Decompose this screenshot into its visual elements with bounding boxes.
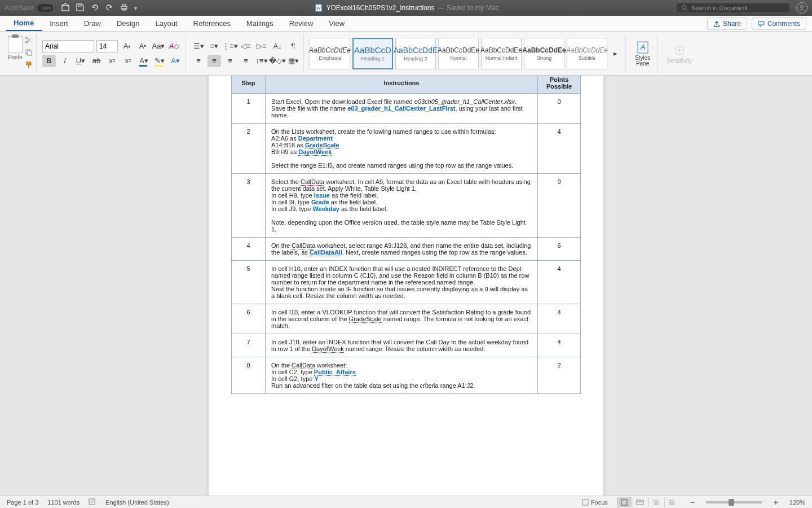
share-button[interactable]: Share xyxy=(707,17,747,30)
font-size-select[interactable] xyxy=(96,40,118,52)
zoom-in-button[interactable]: + xyxy=(771,498,780,507)
copy-icon[interactable] xyxy=(25,49,33,59)
focus-mode-button[interactable]: Focus xyxy=(582,499,608,506)
tab-references[interactable]: References xyxy=(186,16,239,31)
font-name-select[interactable] xyxy=(42,40,94,52)
borders-button[interactable]: ▦▾ xyxy=(286,55,300,67)
style-heading-1[interactable]: AaBbCcDHeading 1 xyxy=(352,38,393,69)
search-box[interactable]: Search in Document xyxy=(677,3,789,12)
align-center-button[interactable]: ≡ xyxy=(208,55,221,67)
sort-button[interactable]: A↓ xyxy=(271,40,284,52)
focus-icon xyxy=(582,499,589,506)
zoom-thumb[interactable] xyxy=(729,499,734,506)
zoom-slider[interactable] xyxy=(706,501,762,503)
svg-rect-24 xyxy=(637,500,643,505)
cut-icon[interactable] xyxy=(25,36,33,46)
style-normal[interactable]: AaBbCcDdEeNormal xyxy=(438,38,479,69)
home-icon[interactable] xyxy=(61,3,70,14)
language-indicator[interactable]: English (United States) xyxy=(105,499,169,506)
increase-font-icon[interactable]: A▴ xyxy=(120,40,134,52)
points-cell: 4 xyxy=(538,124,581,174)
justify-button[interactable]: ≡ xyxy=(239,55,253,67)
tab-view[interactable]: View xyxy=(321,16,352,31)
quick-access-toolbar: ▾ xyxy=(61,3,137,14)
user-avatar[interactable] xyxy=(796,2,807,14)
comments-button[interactable]: Comments xyxy=(752,17,806,30)
tab-design[interactable]: Design xyxy=(109,16,147,31)
svg-rect-22 xyxy=(582,500,588,505)
decrease-font-icon[interactable]: A▾ xyxy=(136,40,149,52)
multilevel-list-button[interactable]: ⋮≡▾ xyxy=(223,40,237,52)
svg-rect-16 xyxy=(28,65,29,68)
save-icon[interactable] xyxy=(76,3,85,14)
web-layout-view[interactable] xyxy=(633,497,647,507)
tab-draw[interactable]: Draw xyxy=(76,16,109,31)
tab-review[interactable]: Review xyxy=(281,16,321,31)
points-cell: 4 xyxy=(538,261,581,304)
clear-formatting-icon[interactable]: A◇ xyxy=(167,40,181,52)
draft-view[interactable] xyxy=(664,497,679,507)
paste-button[interactable]: Paste xyxy=(8,36,23,60)
shading-button[interactable]: �◇▾ xyxy=(271,55,284,67)
zoom-out-button[interactable]: − xyxy=(688,498,697,507)
style-subtitle[interactable]: AaBbCcDdEeSubtitle xyxy=(567,38,607,69)
align-right-button[interactable]: ≡ xyxy=(223,55,237,67)
comments-label: Comments xyxy=(767,20,800,28)
font-color-button[interactable]: A▾ xyxy=(137,55,151,67)
subscript-button[interactable]: x2 xyxy=(105,55,119,67)
autosave-toggle[interactable]: AutoSave OFF xyxy=(5,4,53,12)
style-strong[interactable]: AaBbCcDdEeStrong xyxy=(524,38,564,69)
underline-button[interactable]: U▾ xyxy=(74,55,87,67)
style-normal-indent[interactable]: AaBbCcDdEeNormal Indent xyxy=(481,38,522,69)
font-group: A▴ A▾ Aa▾ A◇ B I U▾ ab x2 x2 A▾ ✎▾ A▾ xyxy=(39,34,186,73)
styles-more-button[interactable]: ▸ xyxy=(608,47,622,60)
autosave-switch[interactable]: OFF xyxy=(37,4,53,12)
format-painter-icon[interactable] xyxy=(25,61,33,71)
table-row: 7In cell J10, enter an INDEX function th… xyxy=(232,334,581,357)
styles-pane-group: A StylesPane xyxy=(628,34,657,73)
highlight-button[interactable]: ✎▾ xyxy=(153,55,166,67)
tab-insert[interactable]: Insert xyxy=(42,16,76,31)
style-heading-2[interactable]: AaBbCcDdEHeading 2 xyxy=(395,38,436,69)
text-effects-button[interactable]: A▾ xyxy=(169,55,182,67)
titlebar-center: W YOExcel16Ch05PS1v2_Instructions — Save… xyxy=(137,4,677,12)
show-marks-button[interactable]: ¶ xyxy=(286,40,300,52)
word-count[interactable]: 1101 words xyxy=(47,499,80,506)
outline-view[interactable] xyxy=(648,497,663,507)
print-icon[interactable] xyxy=(120,3,129,14)
undo-icon[interactable] xyxy=(90,3,99,14)
styles-pane-button[interactable]: A StylesPane xyxy=(632,41,654,67)
header-points: Points Possible xyxy=(538,76,581,94)
sensitivity-group: Sensitivity xyxy=(660,34,699,73)
svg-rect-23 xyxy=(621,500,627,505)
align-left-button[interactable]: ≡ xyxy=(192,55,205,67)
document-area[interactable]: Step Instructions Points Possible 1Start… xyxy=(0,76,812,496)
page-indicator[interactable]: Page 1 of 3 xyxy=(7,499,38,506)
comment-icon xyxy=(758,20,765,27)
numbering-button[interactable]: ≡▾ xyxy=(208,40,221,52)
style-emphasis[interactable]: AaBbCcDdEeEmphasis xyxy=(310,38,350,69)
strikethrough-button[interactable]: ab xyxy=(90,55,103,67)
print-layout-view[interactable] xyxy=(617,497,632,507)
tab-mailings[interactable]: Mailings xyxy=(239,16,281,31)
share-label: Share xyxy=(723,20,741,28)
increase-indent-button[interactable]: ▷≡ xyxy=(255,40,268,52)
italic-button[interactable]: I xyxy=(58,55,72,67)
svg-rect-3 xyxy=(122,5,126,6)
step-cell: 5 xyxy=(232,261,266,304)
bold-button[interactable]: B xyxy=(42,55,56,67)
table-row: 8On the CallData worksheet:In cell C2, t… xyxy=(232,357,581,394)
header-step: Step xyxy=(232,76,266,94)
zoom-percent[interactable]: 120% xyxy=(789,499,805,506)
spellcheck-icon[interactable] xyxy=(89,498,96,507)
line-spacing-button[interactable]: ↕≡▾ xyxy=(255,55,268,67)
styles-group: AaBbCcDdEeEmphasis AaBbCcDHeading 1 AaBb… xyxy=(306,34,626,73)
superscript-button[interactable]: x2 xyxy=(121,55,135,67)
bullets-button[interactable]: ☰▾ xyxy=(192,40,205,52)
redo-icon[interactable] xyxy=(105,3,114,14)
tab-home[interactable]: Home xyxy=(6,16,42,31)
styles-pane-icon: A xyxy=(637,41,649,54)
change-case-icon[interactable]: Aa▾ xyxy=(152,40,165,52)
tab-layout[interactable]: Layout xyxy=(147,16,185,31)
decrease-indent-button[interactable]: ◁≡ xyxy=(239,40,253,52)
